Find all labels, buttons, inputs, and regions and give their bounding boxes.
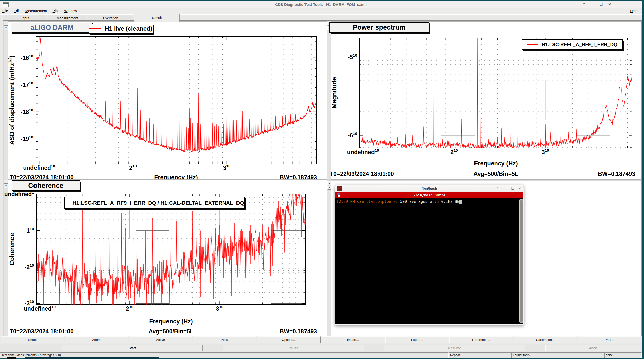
menu-plot[interactable]: Plot [50,8,61,14]
svg-text:T0=22/03/2024 18:01:00: T0=22/03/2024 18:01:00 [10,328,74,335]
resume-button[interactable]: Resume [384,345,525,351]
svg-text:-110: -110 [25,227,34,234]
coherence-title: Coherence [28,182,63,190]
menu-help[interactable]: Help [628,8,640,14]
menubar: File Edit Measurement Plot Window Help [0,8,642,15]
svg-text:BW=0.187493: BW=0.187493 [280,328,317,335]
minimize-icon[interactable]: — [590,2,595,7]
pause-button[interactable]: Pause [223,345,364,351]
terminal-line: 12:29 PM camilla.compton ~: 500 averages… [336,199,462,204]
svg-text:-1810: -1810 [21,108,33,115]
menu-measurement[interactable]: Measurement [23,8,49,14]
svg-text:BW=0.187493: BW=0.187493 [280,174,317,179]
main-window: CDS Diagnostic Test Tools - H1_DARM_FOM_… [0,1,642,358]
darm-title: aLIGO DARM [30,24,73,32]
svg-text:210: 210 [129,164,137,171]
reference-button[interactable]: Reference... [449,336,513,343]
tabbar: Input Measurement Excitation Result [0,14,642,20]
terminal-title: /bin/bash [335,186,524,190]
terminal-scrollbar[interactable] [519,199,523,323]
svg-text:Avg=500/Bin=5L: Avg=500/Bin=5L [473,171,518,177]
svg-text:-1910: -1910 [21,135,33,142]
power-legend-label: H1:LSC-REFL_A_RF9_I_ERR_DQ [541,42,617,47]
power-title-box[interactable]: Power spectrum [329,22,429,33]
coherence-legend-label: H1:LSC-REFL_A_RF9_I_ERR_DQ / H1:CAL-DELT… [72,200,244,206]
svg-text:-610: -610 [348,131,357,139]
calibration-button[interactable]: Calibration... [514,336,577,343]
svg-text:ASD of displacement (m/Hz1/2): ASD of displacement (m/Hz1/2) [8,55,15,145]
menu-edit[interactable]: Edit [11,8,22,14]
svg-text:310: 310 [223,164,230,171]
svg-text:T0=22/03/2024 18:01:00: T0=22/03/2024 18:01:00 [330,171,394,177]
import-button[interactable]: Import... [321,336,385,343]
terminal-scrollbar-thumb[interactable] [520,199,523,323]
abort-button[interactable]: Abort [545,345,641,351]
pane-down-button[interactable]: ▼ [327,186,331,190]
terminal-cursor [459,200,462,204]
legend-line-icon [65,203,69,203]
svg-text:-210: -210 [25,263,34,270]
menu-window[interactable]: Window [62,8,79,14]
coherence-legend-box[interactable]: H1:LSC-REFL_A_RF9_I_ERR_DQ / H1:CAL-DELT… [64,197,245,209]
svg-text:undefined10: undefined10 [347,148,379,155]
menu-file[interactable]: File [0,8,10,14]
terminal-titlebar[interactable]: /bin/bash ⌃ — ☐ ✕ [335,185,524,192]
svg-text:Avg=500/Bin=5L: Avg=500/Bin=5L [149,328,193,335]
taskbar-peek [7,357,16,359]
window-title: CDS Diagnostic Test Tools - H1_DARM_FOM_… [0,2,642,7]
power-title: Power spectrum [353,24,406,31]
reset-button[interactable]: Reset [1,336,64,343]
taskbar-peek [25,357,159,359]
terminal-command: 500 averages with 0.1Hz BW [400,199,459,204]
legend-line-icon [527,44,538,45]
export-button[interactable]: Export... [385,336,449,343]
power-legend-box[interactable]: H1:LSC-REFL_A_RF9_I_ERR_DQ [522,39,623,50]
maximize-icon[interactable]: ☐ [511,186,514,191]
svg-text:-510: -510 [348,53,357,60]
close-icon[interactable]: ✕ [607,2,612,7]
options-button[interactable]: Options... [257,336,321,343]
new-button[interactable]: New [193,336,257,343]
toolbar: Reset Zoom Active New Options... Import.… [1,336,641,343]
darm-legend-label: H1 live (cleaned) [105,25,152,32]
shade-icon[interactable]: ⌃ [582,2,586,7]
pane-up-button[interactable]: ▲ [327,181,331,185]
coherence-title-box[interactable]: Coherence [12,180,80,191]
terminal-window: /bin/bash ⌃ — ☐ ✕ /bin/bash 80x24 12:29 … [335,185,524,325]
svg-text:Frequency (Hz): Frequency (Hz) [154,174,198,179]
minimize-icon[interactable]: — [503,186,507,191]
status-repeat: Repeat [449,352,511,358]
terminal-tab-title: /bin/bash 80x24 [335,193,523,197]
legend-line-icon [89,28,101,29]
status-message: Test done (Measurements 1 / Averages 500… [0,352,449,358]
active-button[interactable]: Active [129,336,192,343]
svg-text:Frequency (Hz): Frequency (Hz) [149,318,193,325]
svg-text:210: 210 [126,305,133,312]
darm-legend-box[interactable]: H1 live (cleaned) [89,24,153,34]
status-state: done [604,352,642,358]
tab-result[interactable]: Result [134,14,180,22]
svg-text:210: 210 [450,148,458,155]
zoom-button[interactable]: Zoom [65,336,128,343]
svg-text:Coherence: Coherence [8,233,15,265]
status-tools: Fourier tools [511,352,604,358]
darm-asd-chart[interactable]: undefined10210310-1610-1710-1810-1910Fre… [4,21,327,179]
pane-strip: ▲ ▼ [327,181,331,336]
close-icon[interactable]: ✕ [518,186,521,191]
print-button[interactable]: Print... [578,336,641,343]
svg-text:-1710: -1710 [21,81,33,88]
titlebar: CDS Diagnostic Test Tools - H1_DARM_FOM_… [0,1,642,8]
maximize-icon[interactable]: ☐ [599,2,603,7]
darm-title-box[interactable]: aLIGO DARM [11,23,93,32]
terminal-body[interactable]: 12:29 PM camilla.compton ~: 500 averages… [335,198,523,324]
svg-text:310: 310 [541,148,549,155]
run-controls: Start Pause Resume Abort [0,344,642,352]
start-button[interactable]: Start [62,345,203,351]
desktop-edge [642,0,644,359]
svg-text:undefined1: undefined1 [4,190,34,197]
svg-text:Frequency (Hz): Frequency (Hz) [474,160,518,167]
terminal-tab[interactable]: /bin/bash 80x24 [335,192,523,198]
statusbar: Test done (Measurements 1 / Averages 500… [0,352,642,358]
shade-icon[interactable]: ⌃ [497,186,499,191]
darm-pane: undefined10210310-1610-1710-1810-1910Fre… [4,21,327,179]
